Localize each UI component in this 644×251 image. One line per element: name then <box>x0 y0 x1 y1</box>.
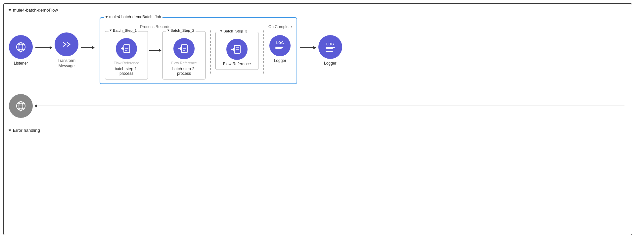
flow-canvas: mule4-batch-demoFlow Listener <box>3 3 632 235</box>
on-complete-label: On Complete <box>268 25 292 32</box>
flow-ref-name-1: batch-step-1- process <box>115 67 138 76</box>
collapse-arrow-error[interactable] <box>9 129 11 131</box>
bottom-row <box>9 94 626 118</box>
arrow-transform-batch <box>81 47 94 48</box>
process-steps-row: Batch_Step_1 <box>105 31 206 79</box>
transform-icon <box>55 32 78 56</box>
collapse-step3[interactable] <box>220 30 222 32</box>
main-flow-row: Listener Transform Message mu <box>9 17 626 84</box>
flow-ref-node-1[interactable]: Flow Reference batch-step-1- process <box>109 38 144 76</box>
logger-right-icon: LOG <box>318 35 342 59</box>
batch-step-2[interactable]: Batch_Step_2 <box>162 31 206 79</box>
bottom-listener-icon <box>9 94 33 118</box>
return-arrow-line <box>35 106 624 106</box>
batch-step-2-title: Batch_Step_2 <box>166 28 196 32</box>
batch-step-1-name: Batch_Step_1 <box>113 28 137 32</box>
arrow-batch-logger <box>300 47 316 48</box>
batch-step-3-name: Batch_Step_3 <box>223 29 247 33</box>
batch-job-inner: Process Records Batch_Step_1 <box>105 25 292 79</box>
collapse-arrow-flow[interactable] <box>9 9 11 11</box>
batch-step-3[interactable]: Batch_Step_3 <box>215 32 258 70</box>
process-records-label: Process Records <box>140 25 170 29</box>
flow-ref-icon-3 <box>226 39 248 60</box>
dashed-separator-1 <box>210 30 211 74</box>
arrow-listener-transform <box>35 47 52 48</box>
batch-step-2-name: Batch_Step_2 <box>170 28 194 32</box>
flow-ref-node-2[interactable]: Flow Reference batch-step-2- process <box>167 38 201 76</box>
batch-job-title-text: mule4-batch-demoBatch_Job <box>109 15 161 19</box>
batch-arrow-1-2 <box>149 50 161 51</box>
batch-job-title: mule4-batch-demoBatch_Job <box>104 15 162 19</box>
error-handling-label: Error handling <box>13 128 40 133</box>
collapse-step1[interactable] <box>110 30 112 31</box>
error-handling-section[interactable]: Error handling <box>9 128 626 133</box>
collapse-step2[interactable] <box>167 30 169 31</box>
listener-icon <box>9 35 33 59</box>
flow-ref-name-2: batch-step-2- process <box>172 67 196 76</box>
flow-title-text: mule4-batch-demoFlow <box>13 8 58 13</box>
transform-message-node[interactable]: Transform Message <box>55 32 78 69</box>
logger-on-complete-label: Logger <box>274 58 286 64</box>
flow-ref-node-3[interactable]: Flow Reference <box>220 39 254 66</box>
dashed-separator-2 <box>263 30 264 74</box>
logger-on-complete-icon: LOG <box>269 35 291 56</box>
flow-ref-label-2: Flow Reference <box>171 61 197 65</box>
flow-ref-name-3: Flow Reference <box>223 62 251 66</box>
listener-label: Listener <box>14 61 28 66</box>
batch-step-1[interactable]: Batch_Step_1 <box>105 31 148 79</box>
collapse-arrow-batch[interactable] <box>105 16 108 18</box>
flow-ref-icon-2 <box>173 38 195 59</box>
listener-node[interactable]: Listener <box>9 35 33 66</box>
flow-ref-label-1: Flow Reference <box>114 61 139 65</box>
logger-right-node[interactable]: LOG Logger <box>318 35 342 66</box>
on-complete-section: On Complete LOG <box>268 25 292 64</box>
batch-job-container: mule4-batch-demoBatch_Job Process Record… <box>100 17 297 84</box>
flow-ref-icon-1 <box>116 38 137 59</box>
batch-step-3-title: Batch_Step_3 <box>219 29 249 33</box>
bottom-listener-node[interactable] <box>9 94 33 118</box>
flow-title: mule4-batch-demoFlow <box>9 8 626 13</box>
batch-step-1-title: Batch_Step_1 <box>109 28 138 32</box>
transform-label: Transform Message <box>58 58 75 69</box>
logger-right-label: Logger <box>324 61 336 66</box>
process-records-section: Process Records Batch_Step_1 <box>105 25 206 79</box>
logger-on-complete-node[interactable]: LOG Logger <box>269 35 291 64</box>
